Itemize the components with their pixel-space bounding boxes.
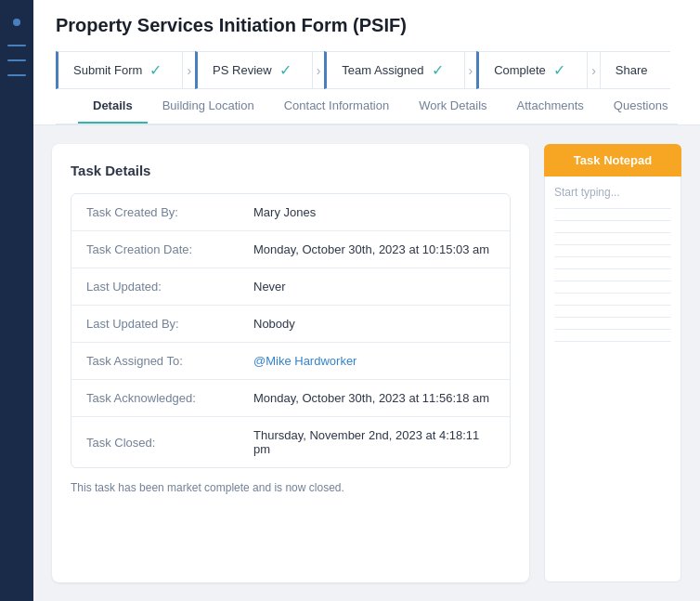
tab-attachments[interactable]: Attachments bbox=[502, 89, 599, 124]
task-row-label: Task Assigned To: bbox=[86, 354, 253, 368]
workflow-arrow-2: › bbox=[313, 51, 325, 89]
tab-questions[interactable]: Questions bbox=[599, 89, 683, 124]
workflow-step-ps-review[interactable]: PS Review ✓ bbox=[195, 51, 313, 89]
check-icon-ps-review: ✓ bbox=[279, 61, 292, 79]
notepad-line bbox=[554, 268, 671, 269]
task-note: This task has been market complete and i… bbox=[71, 481, 511, 494]
task-row-value: Monday, October 30th, 2023 at 10:15:03 a… bbox=[253, 242, 495, 256]
header: Property Services Initiation Form (PSIF)… bbox=[33, 0, 700, 125]
notepad-line bbox=[554, 281, 671, 281]
tab-building-location[interactable]: Building Location bbox=[148, 89, 269, 124]
tab-work-details[interactable]: Work Details bbox=[404, 89, 501, 124]
notepad-line bbox=[554, 256, 671, 257]
notepad-placeholder: Start typing... bbox=[554, 186, 671, 199]
task-row: Last Updated:Never bbox=[71, 268, 510, 306]
task-row-label: Last Updated By: bbox=[86, 317, 253, 331]
task-row: Task Created By:Mary Jones bbox=[71, 194, 510, 231]
sidebar-line bbox=[7, 45, 26, 46]
task-row-label: Task Creation Date: bbox=[86, 242, 253, 256]
sidebar-dot bbox=[13, 19, 20, 26]
task-row-value: Thursday, November 2nd, 2023 at 4:18:11 … bbox=[253, 428, 495, 456]
task-row: Task Acknowledged:Monday, October 30th, … bbox=[71, 380, 510, 417]
workflow-step-share[interactable]: Share bbox=[600, 51, 670, 89]
workflow-step-submit-form[interactable]: Submit Form ✓ bbox=[56, 51, 183, 89]
notepad-body[interactable]: Start typing... bbox=[544, 176, 681, 582]
workflow-arrow-1: › bbox=[183, 51, 195, 89]
step-label-submit-form: Submit Form bbox=[73, 63, 142, 77]
task-row: Task Closed:Thursday, November 2nd, 2023… bbox=[71, 417, 510, 467]
notepad-line bbox=[554, 220, 671, 221]
notepad-line bbox=[554, 317, 671, 318]
main-content: Property Services Initiation Form (PSIF)… bbox=[33, 0, 700, 601]
page-title: Property Services Initiation Form (PSIF) bbox=[56, 15, 678, 36]
task-row-label: Task Created By: bbox=[86, 205, 253, 219]
tab-details[interactable]: Details bbox=[78, 89, 148, 124]
task-row: Task Assigned To:@Mike Hardworker bbox=[71, 343, 510, 380]
notepad-lines bbox=[554, 208, 671, 572]
notepad-line bbox=[554, 305, 671, 306]
sidebar bbox=[0, 0, 33, 601]
notepad-line bbox=[554, 341, 671, 342]
step-label-complete: Complete bbox=[494, 63, 546, 77]
workflow-step-team-assigned[interactable]: Team Assigned ✓ bbox=[324, 51, 464, 89]
task-row-value: Monday, October 30th, 2023 at 11:56:18 a… bbox=[253, 391, 495, 405]
workflow-arrow-3: › bbox=[465, 51, 477, 89]
notepad-line bbox=[554, 208, 671, 209]
task-row-value: Nobody bbox=[253, 317, 495, 331]
check-icon-team-assigned: ✓ bbox=[432, 61, 444, 79]
notepad-header: Task Notepad bbox=[544, 144, 681, 176]
step-label-share: Share bbox=[616, 63, 648, 77]
task-details-card: Task Details Task Created By:Mary JonesT… bbox=[52, 144, 529, 582]
check-icon-complete: ✓ bbox=[553, 61, 565, 79]
step-label-team-assigned: Team Assigned bbox=[342, 63, 423, 77]
content-area: Task Details Task Created By:Mary JonesT… bbox=[33, 125, 700, 601]
notepad-line bbox=[554, 244, 671, 245]
step-label-ps-review: PS Review bbox=[213, 63, 272, 77]
notepad-line bbox=[554, 293, 671, 294]
tabs: Details Building Location Contact Inform… bbox=[56, 89, 678, 124]
tab-contact-information[interactable]: Contact Information bbox=[269, 89, 404, 124]
sidebar-line bbox=[7, 59, 26, 61]
task-row-label: Last Updated: bbox=[86, 280, 253, 294]
workflow-steps: Submit Form ✓ › PS Review ✓ › Team Assig… bbox=[56, 51, 678, 89]
task-row-value: Never bbox=[253, 280, 495, 294]
workflow-arrow-4: › bbox=[588, 51, 600, 89]
task-row-label: Task Acknowledged: bbox=[86, 391, 253, 405]
check-icon-submit-form: ✓ bbox=[149, 61, 162, 79]
sidebar-line bbox=[7, 74, 26, 76]
task-row-value: Mary Jones bbox=[253, 205, 495, 219]
notepad-line bbox=[554, 232, 671, 233]
task-row-value[interactable]: @Mike Hardworker bbox=[253, 354, 495, 368]
task-row: Last Updated By:Nobody bbox=[71, 306, 510, 343]
notepad-line bbox=[554, 329, 671, 330]
workflow-step-complete[interactable]: Complete ✓ bbox=[476, 51, 588, 89]
task-details-table: Task Created By:Mary JonesTask Creation … bbox=[71, 193, 511, 468]
task-row-label: Task Closed: bbox=[86, 436, 253, 450]
task-row: Task Creation Date:Monday, October 30th,… bbox=[71, 231, 510, 268]
notepad-panel: Task Notepad Start typing... bbox=[544, 144, 681, 582]
task-details-heading: Task Details bbox=[71, 163, 511, 178]
